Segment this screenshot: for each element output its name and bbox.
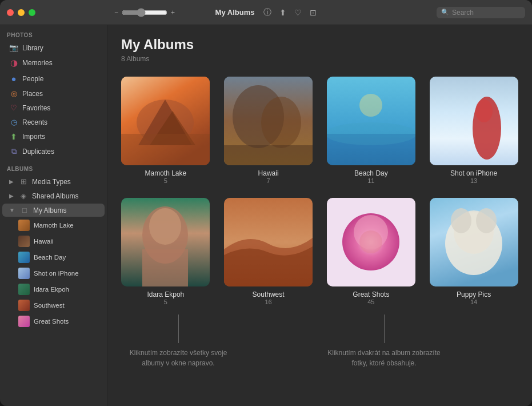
people-icon: ● (9, 74, 18, 83)
shared-albums-icon: ◈ (19, 192, 28, 200)
sidebar-label-memories: Memories (22, 59, 53, 67)
album-idara-ekpoh[interactable]: Idara Ekpoh 5 (121, 198, 210, 305)
thumb-southwest (18, 300, 30, 311)
thumb-idara-ekpoh (18, 284, 30, 295)
album-art-great-shots (327, 198, 415, 286)
sidebar-item-recents[interactable]: ◷ Recents (2, 116, 105, 129)
search-box[interactable]: 🔍 (437, 7, 525, 18)
album-name-hawaii: Hawaii (258, 169, 279, 177)
album-count-mamoth-lake: 5 (164, 177, 167, 184)
sidebar-label-duplicates: Duplicates (22, 148, 54, 156)
sidebar-item-library[interactable]: 📷 Library (2, 41, 105, 54)
zoom-plus-icon: + (171, 9, 175, 17)
sidebar-item-media-types[interactable]: ▶ ⊞ Media Types (2, 175, 105, 188)
sidebar-item-shared-albums[interactable]: ▶ ◈ Shared Albums (2, 189, 105, 202)
album-name-great-shots: Great Shots (353, 290, 389, 298)
album-name-beach-day: Beach Day (354, 169, 388, 177)
close-button[interactable] (7, 9, 14, 16)
sidebar-item-duplicates[interactable]: ⧉ Duplicates (2, 145, 105, 158)
traffic-lights (7, 9, 35, 16)
favorites-icon: ♡ (9, 104, 18, 112)
sidebar-sub-item-shot-on-iphone[interactable]: Shot on iPhone (2, 266, 105, 281)
maximize-button[interactable] (29, 9, 35, 16)
sidebar-sub-item-great-shots[interactable]: Great Shots (2, 314, 105, 329)
thumb-shot-on-iphone (18, 268, 30, 279)
zoom-minus-icon: − (114, 9, 118, 17)
albums-grid: Mamoth Lake 5 (107, 67, 532, 315)
sidebar-item-places[interactable]: ◎ Places (2, 87, 105, 100)
sidebar-sub-item-southwest[interactable]: Southwest (2, 298, 105, 313)
sidebar-item-favorites[interactable]: ♡ Favorites (2, 101, 105, 114)
sidebar-sub-item-mamoth-lake[interactable]: Mamoth Lake (2, 218, 105, 233)
album-beach-day[interactable]: Beach Day 11 (327, 77, 416, 184)
svg-rect-19 (142, 249, 188, 286)
svg-rect-8 (224, 145, 313, 165)
album-great-shots[interactable]: Great Shots 45 (327, 198, 416, 305)
sidebar-item-my-albums[interactable]: ▼ □ My Albums (2, 204, 105, 217)
sidebar-sub-label-shot-on-iphone: Shot on iPhone (34, 270, 79, 277)
heart-icon[interactable]: ♡ (294, 8, 302, 17)
sidebar-label-media-types: Media Types (32, 178, 71, 186)
minimize-button[interactable] (18, 9, 25, 16)
album-count: 8 Albums (121, 55, 518, 63)
sidebar-sub-item-beach-day[interactable]: Beach Day (2, 250, 105, 265)
places-icon: ◎ (9, 89, 18, 98)
library-icon: 📷 (9, 43, 18, 52)
info-icon[interactable]: ⓘ (263, 7, 271, 18)
album-art-idara-ekpoh (121, 198, 210, 286)
svg-point-24 (359, 230, 382, 253)
sidebar-sub-label-great-shots: Great Shots (34, 318, 69, 325)
album-count-shot-on-iphone: 13 (470, 177, 477, 184)
album-count-southwest: 16 (265, 298, 272, 305)
album-count-beach-day: 11 (367, 177, 374, 184)
album-count-puppy-pics: 14 (470, 298, 477, 305)
album-shot-on-iphone[interactable]: Shot on iPhone 13 (429, 77, 518, 184)
window-title: My Albums (215, 8, 255, 17)
album-name-idara-ekpoh: Idara Ekpoh (147, 290, 185, 298)
album-art-hawaii (224, 77, 313, 165)
content-header: My Albums 8 Albums (107, 25, 532, 67)
album-puppy-pics[interactable]: Puppy Pics 14 (429, 198, 518, 305)
sidebar-label-my-albums: My Albums (33, 206, 67, 214)
sidebar-sub-label-hawaii: Hawaii (34, 238, 54, 245)
annotation-1: Kliknutím zobrazíte všetky svoje albumy … (121, 315, 235, 368)
sidebar-sub-item-hawaii[interactable]: Hawaii (2, 234, 105, 249)
album-name-shot-on-iphone: Shot on iPhone (450, 169, 497, 177)
annotation-text-2: Kliknutím dvakrát na album zobrazíte fot… (327, 348, 441, 368)
album-mamoth-lake[interactable]: Mamoth Lake 5 (121, 77, 210, 184)
annotation-area: Kliknutím zobrazíte všetky svoje albumy … (107, 315, 532, 374)
imports-icon: ⬆ (9, 132, 18, 141)
sidebar-sub-item-idara-ekpoh[interactable]: Idara Ekpoh (2, 282, 105, 297)
media-types-icon: ⊞ (19, 177, 28, 186)
album-name-puppy-pics: Puppy Pics (457, 290, 491, 298)
sidebar-item-imports[interactable]: ⬆ Imports (2, 130, 105, 144)
memories-icon: ◑ (9, 58, 18, 68)
crop-icon[interactable]: ⊡ (310, 8, 317, 17)
album-count-idara-ekpoh: 5 (164, 298, 167, 305)
duplicates-icon: ⧉ (9, 147, 18, 156)
search-input[interactable] (452, 9, 521, 17)
svg-rect-4 (121, 134, 210, 165)
svg-point-11 (327, 122, 415, 145)
sidebar-item-people[interactable]: ● People (2, 71, 105, 86)
album-hawaii[interactable]: Hawaii 7 (224, 77, 313, 184)
sidebar-label-recents: Recents (22, 118, 47, 126)
content-area: My Albums 8 Albums (107, 25, 532, 406)
album-thumb-southwest (224, 198, 313, 286)
annotation-text-1: Kliknutím zobrazíte všetky svoje albumy … (121, 348, 235, 368)
svg-point-28 (451, 208, 471, 233)
album-southwest[interactable]: Southwest 16 (224, 198, 313, 305)
album-thumb-beach-day (327, 77, 415, 165)
share-icon[interactable]: ⬆ (279, 8, 286, 17)
titlebar-icons: ⓘ ⬆ ♡ ⊡ (263, 7, 317, 18)
sidebar-item-memories[interactable]: ◑ Memories (2, 55, 105, 70)
annotation-line-2 (384, 315, 385, 343)
svg-point-15 (475, 99, 493, 122)
sidebar-section-photos: Photos (0, 25, 107, 41)
album-count-hawaii: 7 (267, 177, 270, 184)
chevron-right-icon-2: ▶ (9, 193, 14, 199)
recents-icon: ◷ (9, 118, 18, 126)
sidebar-label-shared-albums: Shared Albums (32, 192, 78, 200)
zoom-slider[interactable] (122, 8, 167, 17)
sidebar-label-places: Places (22, 90, 43, 98)
